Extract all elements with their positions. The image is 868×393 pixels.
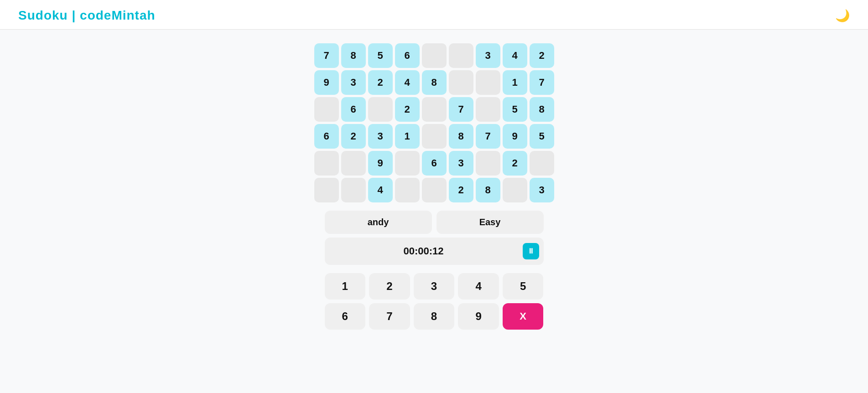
cell-r2-c4[interactable] — [422, 97, 447, 122]
cell-r4-c4[interactable]: 6 — [422, 151, 447, 176]
cell-r2-c6[interactable] — [476, 97, 500, 122]
cell-r1-c1[interactable]: 3 — [341, 70, 366, 95]
num-btn-7[interactable]: 7 — [369, 303, 410, 330]
cell-r1-c7[interactable]: 1 — [503, 70, 527, 95]
cell-r3-c2[interactable]: 3 — [368, 124, 393, 149]
num-btn-6[interactable]: 6 — [325, 303, 366, 330]
cell-r5-c6[interactable]: 8 — [476, 178, 500, 202]
cell-r4-c5[interactable]: 3 — [449, 151, 473, 176]
cell-r4-c2[interactable]: 9 — [368, 151, 393, 176]
pause-button[interactable]: ⏸ — [523, 243, 539, 259]
numpad-row-1: 12345 — [325, 273, 544, 300]
cell-r2-c2[interactable] — [368, 97, 393, 122]
cell-r3-c0[interactable]: 6 — [314, 124, 339, 149]
cell-r1-c8[interactable]: 7 — [530, 70, 554, 95]
cell-r2-c1[interactable]: 6 — [341, 97, 366, 122]
cell-r0-c5[interactable] — [449, 43, 473, 68]
cell-r0-c6[interactable]: 3 — [476, 43, 500, 68]
num-btn-9[interactable]: 9 — [458, 303, 499, 330]
cell-r5-c1[interactable] — [341, 178, 366, 202]
cell-r4-c0[interactable] — [314, 151, 339, 176]
player-name[interactable]: andy — [325, 211, 432, 234]
cell-r4-c3[interactable] — [395, 151, 420, 176]
num-btn-3[interactable]: 3 — [414, 273, 455, 300]
app-logo: Sudoku | codeMintah — [18, 8, 156, 23]
cell-r5-c8[interactable]: 3 — [530, 178, 554, 202]
cell-r5-c3[interactable] — [395, 178, 420, 202]
main-content: 78563429324817627586231879596324283 andy… — [0, 30, 868, 339]
difficulty[interactable]: Easy — [437, 211, 544, 234]
cell-r0-c7[interactable]: 4 — [503, 43, 527, 68]
cell-r4-c7[interactable]: 2 — [503, 151, 527, 176]
cell-r2-c5[interactable]: 7 — [449, 97, 473, 122]
numpad: 12345 6789X — [325, 273, 544, 330]
cell-r1-c0[interactable]: 9 — [314, 70, 339, 95]
cell-r5-c0[interactable] — [314, 178, 339, 202]
cell-r2-c3[interactable]: 2 — [395, 97, 420, 122]
cell-r5-c2[interactable]: 4 — [368, 178, 393, 202]
cell-r0-c4[interactable] — [422, 43, 447, 68]
cell-r0-c1[interactable]: 8 — [341, 43, 366, 68]
cell-r1-c5[interactable] — [449, 70, 473, 95]
cell-r3-c5[interactable]: 8 — [449, 124, 473, 149]
cell-r2-c8[interactable]: 8 — [530, 97, 554, 122]
timer-display: 00:00:12 — [329, 245, 518, 257]
cell-r5-c4[interactable] — [422, 178, 447, 202]
delete-button[interactable]: X — [503, 303, 544, 330]
num-btn-1[interactable]: 1 — [325, 273, 366, 300]
num-btn-4[interactable]: 4 — [458, 273, 499, 300]
num-btn-5[interactable]: 5 — [503, 273, 544, 300]
cell-r3-c7[interactable]: 9 — [503, 124, 527, 149]
pause-icon: ⏸ — [527, 247, 535, 255]
cell-r2-c0[interactable] — [314, 97, 339, 122]
cell-r4-c1[interactable] — [341, 151, 366, 176]
cell-r0-c8[interactable]: 2 — [530, 43, 554, 68]
cell-r1-c3[interactable]: 4 — [395, 70, 420, 95]
cell-r3-c6[interactable]: 7 — [476, 124, 500, 149]
cell-r3-c1[interactable]: 2 — [341, 124, 366, 149]
cell-r0-c0[interactable]: 7 — [314, 43, 339, 68]
timer-row: 00:00:12 ⏸ — [325, 238, 544, 265]
cell-r1-c4[interactable]: 8 — [422, 70, 447, 95]
cell-r5-c7[interactable] — [503, 178, 527, 202]
cell-r2-c7[interactable]: 5 — [503, 97, 527, 122]
cell-r0-c3[interactable]: 6 — [395, 43, 420, 68]
cell-r1-c6[interactable] — [476, 70, 500, 95]
num-btn-2[interactable]: 2 — [369, 273, 410, 300]
cell-r4-c8[interactable] — [530, 151, 554, 176]
cell-r3-c8[interactable]: 5 — [530, 124, 554, 149]
app-header: Sudoku | codeMintah 🌙 — [0, 0, 868, 30]
info-row: andy Easy — [325, 211, 544, 234]
cell-r1-c2[interactable]: 2 — [368, 70, 393, 95]
sudoku-grid: 78563429324817627586231879596324283 — [314, 43, 554, 202]
cell-r3-c4[interactable] — [422, 124, 447, 149]
cell-r0-c2[interactable]: 5 — [368, 43, 393, 68]
num-btn-8[interactable]: 8 — [414, 303, 455, 330]
numpad-row-2: 6789X — [325, 303, 544, 330]
cell-r4-c6[interactable] — [476, 151, 500, 176]
cell-r5-c5[interactable]: 2 — [449, 178, 473, 202]
dark-mode-icon[interactable]: 🌙 — [835, 9, 850, 23]
cell-r3-c3[interactable]: 1 — [395, 124, 420, 149]
